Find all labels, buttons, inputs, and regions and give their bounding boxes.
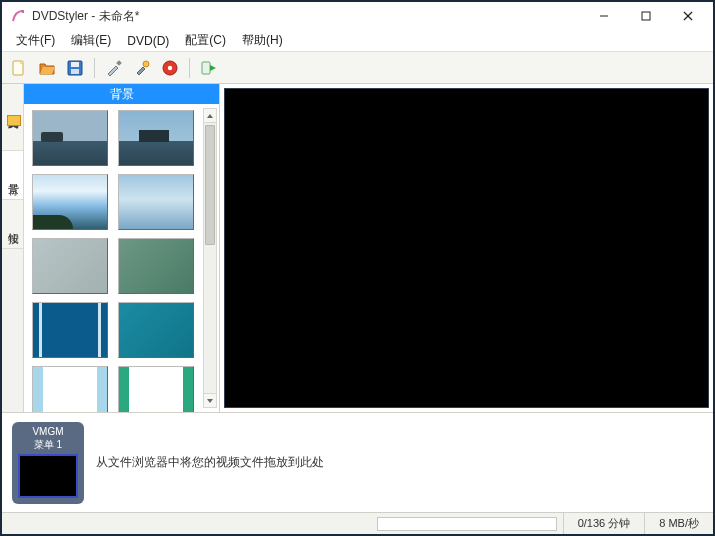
maximize-button[interactable] — [625, 2, 667, 30]
background-thumb[interactable] — [32, 366, 108, 412]
menu-config[interactable]: 配置(C) — [177, 30, 234, 51]
background-thumb[interactable] — [118, 110, 194, 166]
tab-button[interactable]: 按钮 — [2, 200, 23, 249]
folder-icon — [7, 115, 21, 126]
background-thumb[interactable] — [118, 302, 194, 358]
menu-dvd[interactable]: DVD(D) — [119, 32, 177, 50]
menu-file[interactable]: 文件(F) — [8, 30, 63, 51]
close-button[interactable] — [667, 2, 709, 30]
status-bitrate: 8 MB/秒 — [644, 513, 713, 534]
background-thumb[interactable] — [32, 238, 108, 294]
menu-card-label: 菜单 1 — [34, 438, 62, 452]
design-button[interactable] — [103, 57, 125, 79]
scroll-down-icon[interactable] — [204, 393, 216, 407]
status-time: 0/136 分钟 — [563, 513, 645, 534]
svg-rect-6 — [71, 62, 79, 67]
side-tab-strip: 文件浏览器 背景 按钮 — [2, 84, 24, 412]
disc-usage-gauge — [377, 517, 557, 531]
title-bar: DVDStyler - 未命名* — [2, 2, 713, 30]
svg-rect-8 — [116, 60, 122, 66]
menu-card[interactable]: VMGM 菜单 1 — [12, 422, 84, 504]
app-icon — [10, 8, 26, 24]
menu-edit[interactable]: 编辑(E) — [63, 30, 119, 51]
svg-rect-12 — [202, 62, 210, 74]
toolbar — [2, 52, 713, 84]
backgrounds-grid — [32, 110, 215, 412]
scrollbar-thumb[interactable] — [205, 125, 215, 245]
preview-panel — [220, 84, 713, 412]
tab-background[interactable]: 背景 — [2, 151, 23, 200]
svg-rect-1 — [642, 12, 650, 20]
save-button[interactable] — [64, 57, 86, 79]
svg-rect-7 — [71, 69, 79, 74]
menu-card-group: VMGM — [32, 426, 63, 438]
drop-hint-text: 从文件浏览器中将您的视频文件拖放到此处 — [96, 454, 324, 471]
menu-card-thumbnail — [18, 454, 78, 498]
vertical-scrollbar[interactable] — [203, 108, 217, 408]
minimize-button[interactable] — [583, 2, 625, 30]
main-area: 文件浏览器 背景 按钮 背景 — [2, 84, 713, 412]
window-controls — [583, 2, 709, 30]
svg-point-9 — [143, 61, 149, 67]
status-bar: 0/136 分钟 8 MB/秒 — [2, 512, 713, 534]
timeline-strip: VMGM 菜单 1 从文件浏览器中将您的视频文件拖放到此处 — [2, 412, 713, 512]
background-thumb[interactable] — [118, 238, 194, 294]
burn-button[interactable] — [159, 57, 181, 79]
background-thumb[interactable] — [32, 110, 108, 166]
settings-button[interactable] — [131, 57, 153, 79]
new-file-button[interactable] — [8, 57, 30, 79]
background-thumb[interactable] — [118, 174, 194, 230]
svg-point-11 — [168, 65, 172, 69]
run-button[interactable] — [198, 57, 220, 79]
backgrounds-panel: 背景 — [24, 84, 220, 412]
toolbar-separator — [94, 58, 95, 78]
backgrounds-header: 背景 — [24, 84, 219, 104]
open-button[interactable] — [36, 57, 58, 79]
background-thumb[interactable] — [32, 302, 108, 358]
menu-preview-canvas[interactable] — [224, 88, 709, 408]
tab-file-browser[interactable]: 文件浏览器 — [2, 84, 23, 151]
background-thumb[interactable] — [118, 366, 194, 412]
toolbar-separator — [189, 58, 190, 78]
menu-bar: 文件(F) 编辑(E) DVD(D) 配置(C) 帮助(H) — [2, 30, 713, 52]
scroll-up-icon[interactable] — [204, 109, 216, 123]
backgrounds-scroll — [24, 104, 219, 412]
window-title: DVDStyler - 未命名* — [32, 8, 583, 25]
menu-help[interactable]: 帮助(H) — [234, 30, 291, 51]
background-thumb[interactable] — [32, 174, 108, 230]
